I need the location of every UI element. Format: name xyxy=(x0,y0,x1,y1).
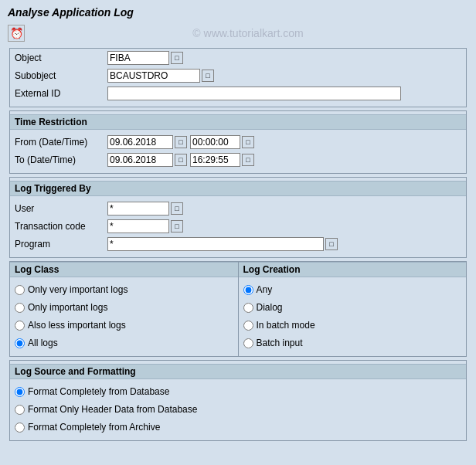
log-class-header: Log Class xyxy=(10,262,238,277)
subobject-input[interactable] xyxy=(107,69,200,83)
window-title: Analyse Application Log xyxy=(8,6,134,19)
log-class-label-3: Also less important logs xyxy=(28,320,126,331)
log-creation-header: Log Creation xyxy=(239,262,467,277)
user-row: User □ xyxy=(15,201,461,216)
subobject-input-wrap: □ xyxy=(107,69,214,83)
program-input-wrap: □ xyxy=(107,237,338,251)
log-class-label-1: Only very important logs xyxy=(28,284,128,295)
log-creation-option-4: Batch input xyxy=(243,335,462,351)
external-id-row: External ID xyxy=(15,86,461,101)
basic-fields-section: Object □ Subobject □ External ID xyxy=(9,48,467,107)
basic-fields-content: Object □ Subobject □ External ID xyxy=(10,49,466,107)
log-source-radio-2[interactable] xyxy=(15,405,25,415)
log-creation-label-4: Batch input xyxy=(257,338,303,348)
log-source-header: Log Source and Formatting xyxy=(10,364,466,379)
from-date-input[interactable] xyxy=(107,135,173,149)
log-source-label-1: Format Completely from Database xyxy=(28,386,169,397)
log-creation-radio-2[interactable] xyxy=(243,303,253,313)
subobject-row: Subobject □ xyxy=(15,68,461,83)
log-class-creation-section: Log Class Only very important logs Only … xyxy=(9,261,467,357)
log-class-radio-4[interactable] xyxy=(15,338,25,348)
log-source-option-3: Format Completely from Archive xyxy=(15,419,461,435)
from-row: From (Date/Time) □ □ xyxy=(15,134,461,150)
subobject-label: Subobject xyxy=(15,70,107,81)
object-input-wrap: □ xyxy=(107,51,183,65)
log-creation-radio-3[interactable] xyxy=(243,321,253,331)
from-date-picker-btn[interactable]: □ xyxy=(175,136,187,148)
log-source-content: Format Completely from Database Format O… xyxy=(10,382,466,440)
external-id-label: External ID xyxy=(15,88,107,99)
to-date-picker-btn[interactable]: □ xyxy=(175,154,187,166)
log-creation-option-2: Dialog xyxy=(243,300,462,315)
transaction-input[interactable] xyxy=(107,219,169,233)
user-input-wrap: □ xyxy=(107,202,183,216)
program-input[interactable] xyxy=(107,237,324,251)
log-source-label-2: Format Only Header Data from Database xyxy=(28,404,197,415)
from-input-wrap: □ □ xyxy=(107,135,254,149)
log-creation-option-1: Any xyxy=(243,282,462,297)
from-time-input[interactable] xyxy=(190,135,240,149)
log-creation-radio-1[interactable] xyxy=(243,285,253,295)
log-source-radio-3[interactable] xyxy=(15,423,25,433)
transaction-picker-btn[interactable]: □ xyxy=(171,220,183,232)
program-row: Program □ xyxy=(15,236,461,252)
log-source-label-3: Format Completely from Archive xyxy=(28,422,160,433)
log-class-options: Only very important logs Only important … xyxy=(10,280,238,356)
log-class-radio-3[interactable] xyxy=(15,321,25,331)
from-label: From (Date/Time) xyxy=(15,137,107,148)
program-label: Program xyxy=(15,239,107,249)
log-triggered-header: Log Triggered By xyxy=(10,181,466,196)
log-source-section: Log Source and Formatting Format Complet… xyxy=(9,360,467,441)
log-class-radio-2[interactable] xyxy=(15,303,25,313)
time-restriction-content: From (Date/Time) □ □ To (Date/Time) □ □ xyxy=(10,133,466,173)
log-source-option-1: Format Completely from Database xyxy=(15,384,461,399)
subobject-picker-btn[interactable]: □ xyxy=(202,70,214,82)
user-label: User xyxy=(15,203,107,214)
log-source-option-2: Format Only Header Data from Database xyxy=(15,402,461,417)
time-restriction-section: Time Restriction From (Date/Time) □ □ To… xyxy=(9,110,467,174)
user-picker-btn[interactable]: □ xyxy=(171,202,183,215)
log-creation-options: Any Dialog In batch mode Batch input xyxy=(239,280,467,356)
log-class-radio-1[interactable] xyxy=(15,285,25,295)
watermark: © www.tutorialkart.com xyxy=(28,27,468,39)
form-body: Object □ Subobject □ External ID xyxy=(3,45,473,447)
to-time-picker-btn[interactable]: □ xyxy=(242,154,254,166)
object-input[interactable] xyxy=(107,51,169,65)
log-class-option-4: All logs xyxy=(15,335,233,351)
log-triggered-section: Log Triggered By User □ Transaction code… xyxy=(9,177,467,258)
object-label: Object xyxy=(15,53,107,63)
log-triggered-content: User □ Transaction code □ Program xyxy=(10,199,466,257)
clock-button[interactable]: ⏰ xyxy=(8,25,25,42)
main-window: Analyse Application Log ⏰ © www.tutorial… xyxy=(0,0,476,465)
log-class-option-1: Only very important logs xyxy=(15,282,233,297)
user-input[interactable] xyxy=(107,202,169,216)
log-class-label-2: Only important logs xyxy=(28,302,107,313)
to-label: To (Date/Time) xyxy=(15,154,107,165)
transaction-label: Transaction code xyxy=(15,221,107,232)
log-source-radio-1[interactable] xyxy=(15,387,25,397)
time-restriction-header: Time Restriction xyxy=(10,114,466,130)
to-time-input[interactable] xyxy=(190,153,240,167)
log-class-label-4: All logs xyxy=(28,338,58,348)
program-picker-btn[interactable]: □ xyxy=(325,238,338,250)
external-id-input[interactable] xyxy=(107,87,401,100)
to-input-wrap: □ □ xyxy=(107,153,254,167)
log-creation-label-3: In batch mode xyxy=(257,320,315,331)
object-row: Object □ xyxy=(15,50,461,66)
log-creation-label-2: Dialog xyxy=(257,302,283,313)
to-row: To (Date/Time) □ □ xyxy=(15,152,461,168)
toolbar: ⏰ © www.tutorialkart.com xyxy=(3,23,473,45)
transaction-input-wrap: □ xyxy=(107,219,183,233)
log-class-col: Log Class Only very important logs Only … xyxy=(10,262,239,356)
transaction-row: Transaction code □ xyxy=(15,219,461,234)
title-bar: Analyse Application Log xyxy=(3,3,473,23)
log-class-option-3: Also less important logs xyxy=(15,317,233,333)
to-date-input[interactable] xyxy=(107,153,173,167)
log-creation-col: Log Creation Any Dialog In batch mode xyxy=(239,262,467,356)
from-time-picker-btn[interactable]: □ xyxy=(242,136,254,148)
log-creation-option-3: In batch mode xyxy=(243,317,462,333)
log-class-option-2: Only important logs xyxy=(15,300,233,315)
log-creation-label-1: Any xyxy=(257,284,273,295)
log-creation-radio-4[interactable] xyxy=(243,338,253,348)
object-picker-btn[interactable]: □ xyxy=(171,52,183,64)
